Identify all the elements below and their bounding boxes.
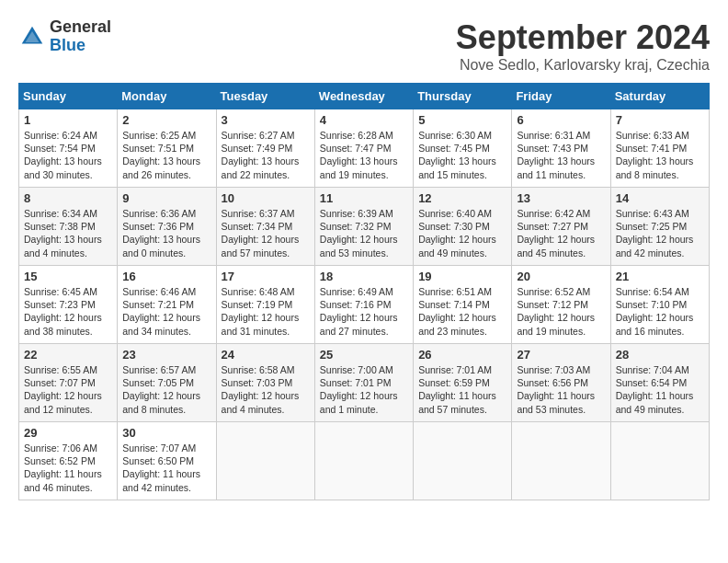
day-info: Sunrise: 6:25 AM Sunset: 7:51 PM Dayligh…: [122, 129, 210, 181]
day-info: Sunrise: 7:07 AM Sunset: 6:50 PM Dayligh…: [122, 442, 210, 494]
day-info: Sunrise: 6:54 AM Sunset: 7:10 PM Dayligh…: [616, 285, 704, 338]
calendar-cell: 11Sunrise: 6:39 AM Sunset: 7:32 PM Dayli…: [314, 188, 413, 266]
day-number: 12: [418, 191, 506, 205]
day-info: Sunrise: 6:49 AM Sunset: 7:16 PM Dayligh…: [320, 285, 408, 338]
day-number: 3: [222, 113, 310, 127]
calendar-cell: 10Sunrise: 6:37 AM Sunset: 7:34 PM Dayli…: [216, 188, 314, 266]
day-info: Sunrise: 7:03 AM Sunset: 6:56 PM Dayligh…: [517, 363, 605, 416]
calendar-cell: 26Sunrise: 7:01 AM Sunset: 6:59 PM Dayli…: [414, 344, 512, 422]
day-number: 10: [222, 191, 310, 205]
day-number: 1: [24, 113, 112, 127]
day-number: 5: [418, 113, 506, 127]
day-number: 11: [320, 191, 408, 205]
day-info: Sunrise: 7:04 AM Sunset: 6:54 PM Dayligh…: [616, 363, 704, 416]
calendar-cell: 21Sunrise: 6:54 AM Sunset: 7:10 PM Dayli…: [610, 266, 709, 344]
day-info: Sunrise: 7:06 AM Sunset: 6:52 PM Dayligh…: [24, 442, 112, 494]
day-info: Sunrise: 6:55 AM Sunset: 7:07 PM Dayligh…: [24, 363, 112, 416]
calendar-cell: 5Sunrise: 6:30 AM Sunset: 7:45 PM Daylig…: [414, 109, 512, 188]
day-number: 26: [418, 348, 506, 362]
day-number: 20: [517, 270, 605, 283]
day-number: 9: [122, 191, 210, 205]
day-info: Sunrise: 7:00 AM Sunset: 7:01 PM Dayligh…: [320, 363, 408, 416]
day-number: 18: [320, 270, 408, 283]
calendar-row: 15Sunrise: 6:45 AM Sunset: 7:23 PM Dayli…: [19, 266, 710, 344]
calendar-cell: 7Sunrise: 6:33 AM Sunset: 7:41 PM Daylig…: [610, 109, 709, 188]
day-info: Sunrise: 6:43 AM Sunset: 7:25 PM Dayligh…: [616, 207, 704, 259]
calendar-cell: [610, 422, 709, 500]
calendar-table: SundayMondayTuesdayWednesdayThursdayFrid…: [18, 83, 710, 500]
day-number: 28: [616, 348, 704, 362]
calendar-cell: 9Sunrise: 6:36 AM Sunset: 7:36 PM Daylig…: [118, 188, 216, 266]
day-number: 29: [24, 426, 112, 440]
day-info: Sunrise: 7:01 AM Sunset: 6:59 PM Dayligh…: [418, 363, 506, 416]
day-number: 24: [222, 348, 310, 362]
calendar-row: 8Sunrise: 6:34 AM Sunset: 7:38 PM Daylig…: [19, 188, 710, 266]
day-number: 7: [616, 113, 704, 127]
day-info: Sunrise: 6:30 AM Sunset: 7:45 PM Dayligh…: [418, 129, 506, 181]
day-info: Sunrise: 6:57 AM Sunset: 7:05 PM Dayligh…: [122, 363, 210, 416]
day-number: 6: [517, 113, 605, 127]
calendar-cell: 15Sunrise: 6:45 AM Sunset: 7:23 PM Dayli…: [19, 266, 118, 344]
day-number: 27: [517, 348, 605, 362]
day-info: Sunrise: 6:40 AM Sunset: 7:30 PM Dayligh…: [418, 207, 506, 259]
day-info: Sunrise: 6:28 AM Sunset: 7:47 PM Dayligh…: [320, 129, 408, 181]
day-info: Sunrise: 6:51 AM Sunset: 7:14 PM Dayligh…: [418, 285, 506, 338]
day-info: Sunrise: 6:31 AM Sunset: 7:43 PM Dayligh…: [517, 129, 605, 181]
day-number: 2: [122, 113, 210, 127]
day-info: Sunrise: 6:58 AM Sunset: 7:03 PM Dayligh…: [222, 363, 310, 416]
weekday-header: Saturday: [610, 84, 709, 109]
day-info: Sunrise: 6:42 AM Sunset: 7:27 PM Dayligh…: [517, 207, 605, 259]
day-number: 16: [122, 270, 210, 283]
day-number: 22: [24, 348, 112, 362]
day-info: Sunrise: 6:46 AM Sunset: 7:21 PM Dayligh…: [122, 285, 210, 338]
day-info: Sunrise: 6:36 AM Sunset: 7:36 PM Dayligh…: [122, 207, 210, 259]
weekday-header: Friday: [512, 84, 610, 109]
day-number: 15: [24, 270, 112, 283]
calendar-cell: 17Sunrise: 6:48 AM Sunset: 7:19 PM Dayli…: [216, 266, 314, 344]
calendar-row: 29Sunrise: 7:06 AM Sunset: 6:52 PM Dayli…: [19, 422, 710, 500]
day-info: Sunrise: 6:37 AM Sunset: 7:34 PM Dayligh…: [222, 207, 310, 259]
day-info: Sunrise: 6:34 AM Sunset: 7:38 PM Dayligh…: [24, 207, 112, 259]
calendar-cell: [314, 422, 413, 500]
calendar-cell: 18Sunrise: 6:49 AM Sunset: 7:16 PM Dayli…: [314, 266, 413, 344]
calendar-cell: 16Sunrise: 6:46 AM Sunset: 7:21 PM Dayli…: [118, 266, 216, 344]
calendar-cell: 20Sunrise: 6:52 AM Sunset: 7:12 PM Dayli…: [512, 266, 610, 344]
calendar-cell: 23Sunrise: 6:57 AM Sunset: 7:05 PM Dayli…: [118, 344, 216, 422]
calendar-cell: 1Sunrise: 6:24 AM Sunset: 7:54 PM Daylig…: [19, 109, 118, 188]
calendar-cell: 8Sunrise: 6:34 AM Sunset: 7:38 PM Daylig…: [19, 188, 118, 266]
day-number: 23: [122, 348, 210, 362]
day-number: 19: [418, 270, 506, 283]
logo: General Blue: [18, 18, 111, 55]
day-info: Sunrise: 6:27 AM Sunset: 7:49 PM Dayligh…: [222, 129, 310, 181]
day-number: 21: [616, 270, 704, 283]
calendar-cell: 28Sunrise: 7:04 AM Sunset: 6:54 PM Dayli…: [610, 344, 709, 422]
day-info: Sunrise: 6:48 AM Sunset: 7:19 PM Dayligh…: [222, 285, 310, 338]
calendar-cell: [216, 422, 314, 500]
logo-icon: [18, 23, 46, 51]
logo-blue-text: Blue: [50, 37, 111, 55]
day-info: Sunrise: 6:24 AM Sunset: 7:54 PM Dayligh…: [24, 129, 112, 181]
calendar-cell: 3Sunrise: 6:27 AM Sunset: 7:49 PM Daylig…: [216, 109, 314, 188]
weekday-header: Wednesday: [314, 84, 413, 109]
calendar-cell: 12Sunrise: 6:40 AM Sunset: 7:30 PM Dayli…: [414, 188, 512, 266]
weekday-header: Sunday: [19, 84, 118, 109]
calendar-header-row: SundayMondayTuesdayWednesdayThursdayFrid…: [19, 84, 710, 109]
calendar-cell: 2Sunrise: 6:25 AM Sunset: 7:51 PM Daylig…: [118, 109, 216, 188]
calendar-cell: 30Sunrise: 7:07 AM Sunset: 6:50 PM Dayli…: [118, 422, 216, 500]
day-number: 14: [616, 191, 704, 205]
calendar-cell: 24Sunrise: 6:58 AM Sunset: 7:03 PM Dayli…: [216, 344, 314, 422]
day-number: 17: [222, 270, 310, 283]
weekday-header: Monday: [118, 84, 216, 109]
calendar-cell: 25Sunrise: 7:00 AM Sunset: 7:01 PM Dayli…: [314, 344, 413, 422]
calendar-cell: 29Sunrise: 7:06 AM Sunset: 6:52 PM Dayli…: [19, 422, 118, 500]
day-info: Sunrise: 6:33 AM Sunset: 7:41 PM Dayligh…: [616, 129, 704, 181]
calendar-cell: 14Sunrise: 6:43 AM Sunset: 7:25 PM Dayli…: [610, 188, 709, 266]
calendar-cell: [414, 422, 512, 500]
calendar-cell: 13Sunrise: 6:42 AM Sunset: 7:27 PM Dayli…: [512, 188, 610, 266]
day-number: 25: [320, 348, 408, 362]
day-number: 13: [517, 191, 605, 205]
day-number: 30: [122, 426, 210, 440]
page-header: General Blue September 2024 Nove Sedlo, …: [18, 18, 710, 74]
calendar-cell: 4Sunrise: 6:28 AM Sunset: 7:47 PM Daylig…: [314, 109, 413, 188]
calendar-cell: 22Sunrise: 6:55 AM Sunset: 7:07 PM Dayli…: [19, 344, 118, 422]
